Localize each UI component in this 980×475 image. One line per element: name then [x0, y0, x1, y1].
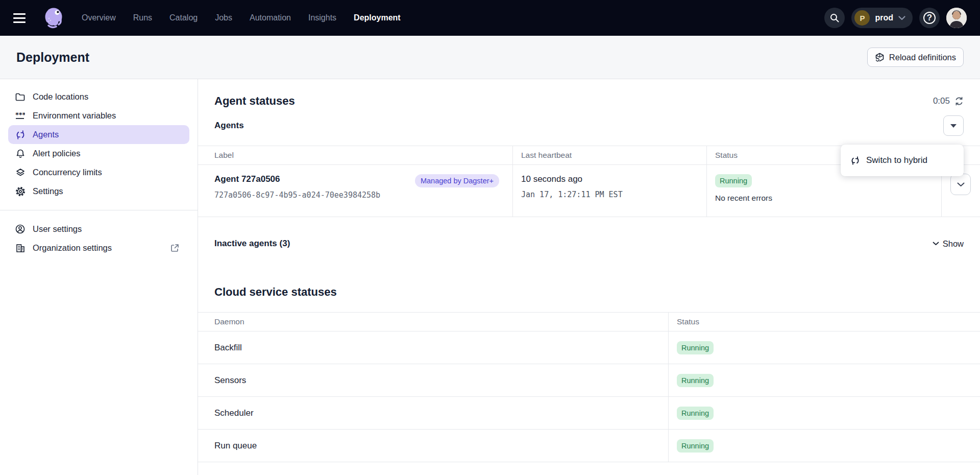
daemon-name: Scheduler	[198, 397, 669, 429]
user-avatar[interactable]	[946, 8, 967, 28]
inactive-agents-title: Inactive agents (3)	[214, 239, 290, 249]
top-nav: Overview Runs Catalog Jobs Automation In…	[0, 0, 980, 36]
column-header-label: Label	[198, 146, 513, 164]
sidebar-divider	[0, 210, 198, 210]
sidebar-item-agents[interactable]: Agents	[8, 125, 189, 144]
nav-item-runs[interactable]: Runs	[133, 13, 152, 22]
sidebar-item-user-settings[interactable]: User settings	[0, 220, 198, 239]
folder-icon	[15, 93, 25, 101]
agent-name: Agent 727a0506	[214, 174, 380, 184]
nav-item-deployment[interactable]: Deployment	[354, 13, 401, 22]
page-title: Deployment	[16, 50, 89, 65]
nav-item-catalog[interactable]: Catalog	[169, 13, 198, 22]
sidebar-item-code-locations[interactable]: Code locations	[0, 87, 198, 106]
sidebar-item-label: Concurrency limits	[33, 168, 102, 177]
app-root: Overview Runs Catalog Jobs Automation In…	[0, 0, 980, 475]
status-badge: Running	[677, 407, 714, 420]
user-circle-icon	[15, 224, 25, 234]
agent-actions-menu: Switch to hybrid	[841, 145, 964, 176]
content-area: Agent statuses 0:05 Agents	[198, 79, 980, 475]
column-header-status: Status	[669, 313, 980, 331]
masked-value-icon: ***	[15, 112, 25, 120]
sidebar-item-label: User settings	[33, 224, 82, 234]
daemon-name: Sensors	[198, 364, 669, 396]
dagster-logo-icon[interactable]	[42, 6, 65, 30]
cloud-service-statuses-title: Cloud service statuses	[198, 286, 980, 299]
sidebar-item-label: Agents	[33, 130, 59, 139]
sidebar-item-environment-variables[interactable]: *** Environment variables	[0, 106, 198, 125]
inactive-agents-show-toggle[interactable]: Show	[933, 239, 964, 249]
sidebar-item-label: Environment variables	[33, 111, 116, 121]
sidebar-item-label: Organization settings	[33, 243, 112, 253]
deployment-name: prod	[875, 13, 893, 22]
building-icon	[15, 244, 25, 253]
daemon-name: Run queue	[198, 430, 669, 462]
svg-text:***: ***	[15, 112, 25, 118]
nav-item-jobs[interactable]: Jobs	[215, 13, 232, 22]
agents-section-header: Agents	[198, 115, 980, 136]
heartbeat-timestamp: Jan 17, 1:27:11 PM EST	[521, 190, 698, 199]
inactive-agents-header: Inactive agents (3) Show	[198, 232, 980, 255]
nav-item-insights[interactable]: Insights	[308, 13, 336, 22]
status-badge: Running	[677, 374, 714, 387]
status-badge: Running	[677, 341, 714, 354]
cloud-table-header: Daemon Status	[198, 312, 980, 331]
sidebar-item-organization-settings[interactable]: Organization settings	[0, 239, 198, 257]
managed-badge: Managed by Dagster+	[415, 174, 499, 187]
daemon-row-scheduler: Scheduler Running	[198, 397, 980, 430]
status-badge: Running	[677, 439, 714, 453]
menu-item-label: Switch to hybrid	[866, 155, 927, 165]
reload-definitions-label: Reload definitions	[889, 53, 956, 62]
layers-icon	[15, 168, 25, 177]
nav-item-overview[interactable]: Overview	[82, 13, 116, 22]
nav-item-automation[interactable]: Automation	[250, 13, 291, 22]
hamburger-menu-button[interactable]	[13, 10, 31, 26]
agent-statuses-header: Agent statuses 0:05	[198, 79, 980, 112]
sidebar-item-concurrency-limits[interactable]: Concurrency limits	[0, 163, 198, 182]
agent-id: 727a0506-8c97-4b95-a024-70ee3984258b	[214, 191, 380, 200]
menu-item-switch-to-hybrid[interactable]: Switch to hybrid	[841, 145, 964, 176]
daemon-row-run-queue: Run queue Running	[198, 430, 980, 462]
status-badge: Running	[715, 174, 752, 187]
daemon-row-backfill: Backfill Running	[198, 331, 980, 364]
daemon-name: Backfill	[198, 331, 669, 364]
column-header-daemon: Daemon	[198, 313, 669, 331]
primary-nav-links: Overview Runs Catalog Jobs Automation In…	[82, 13, 401, 22]
chevron-down-icon	[957, 182, 965, 187]
deployment-switcher[interactable]: P prod	[851, 8, 913, 28]
gear-icon	[15, 187, 25, 196]
reload-definitions-button[interactable]: Reload definitions	[867, 48, 964, 67]
agent-cycle-icon	[851, 156, 860, 165]
agent-cycle-icon	[15, 130, 25, 139]
sidebar-item-label: Settings	[33, 186, 63, 196]
show-toggle-label: Show	[943, 239, 964, 249]
help-button[interactable]: ?	[919, 8, 940, 28]
agent-label-cell: Agent 727a0506 727a0506-8c97-4b95-a024-7…	[198, 165, 513, 217]
cloud-services-table: Daemon Status Backfill Running Sensors R…	[198, 312, 980, 462]
sidebar-item-settings[interactable]: Settings	[0, 182, 198, 201]
status-note: No recent errors	[715, 194, 933, 203]
external-link-icon	[170, 244, 179, 252]
heartbeat-relative: 10 seconds ago	[521, 174, 698, 184]
daemon-row-sensors: Sensors Running	[198, 364, 980, 397]
column-header-last-heartbeat: Last heartbeat	[513, 146, 707, 164]
chevron-down-icon	[898, 16, 905, 20]
search-icon	[829, 13, 840, 23]
agent-row-expand-button[interactable]	[950, 174, 971, 195]
refresh-countdown-value: 0:05	[933, 96, 950, 106]
search-button[interactable]	[824, 8, 845, 28]
reload-code-location-icon	[875, 53, 885, 62]
agents-section-title: Agents	[214, 121, 244, 131]
bell-icon	[15, 149, 25, 158]
page-header: Deployment Reload definitions	[0, 36, 980, 79]
agents-actions-dropdown-button[interactable]	[943, 115, 964, 136]
sidebar-item-label: Code locations	[33, 92, 88, 102]
refresh-countdown: 0:05	[933, 96, 964, 106]
refresh-icon[interactable]	[954, 97, 964, 106]
sidebar-item-alert-policies[interactable]: Alert policies	[0, 144, 198, 163]
agent-heartbeat-cell: 10 seconds ago Jan 17, 1:27:11 PM EST	[513, 165, 707, 217]
agent-statuses-title: Agent statuses	[214, 94, 295, 108]
avatar-photo-icon	[946, 8, 967, 28]
main-layout: Code locations *** Environment variables	[0, 79, 980, 475]
top-nav-right: P prod ?	[824, 8, 967, 28]
